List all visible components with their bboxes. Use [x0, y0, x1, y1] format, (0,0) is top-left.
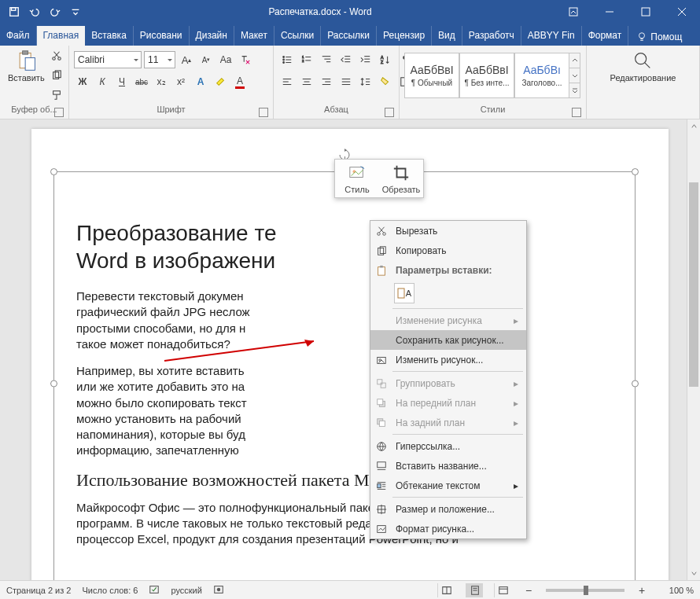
font-name-combo[interactable]: Calibri: [74, 51, 142, 68]
editing-button[interactable]: Редактирование: [607, 48, 680, 84]
decrease-indent-icon[interactable]: [337, 51, 355, 68]
styles-gallery-more[interactable]: [569, 53, 580, 98]
style-heading[interactable]: АаБбВıЗаголово...: [514, 53, 569, 98]
tab-insert[interactable]: Вставка: [85, 26, 134, 46]
ctx-hyperlink[interactable]: Гиперссылка...: [370, 436, 526, 456]
print-layout-view[interactable]: [466, 583, 483, 597]
zoom-level[interactable]: 100 %: [659, 586, 694, 595]
minimize-button[interactable]: [591, 0, 628, 24]
copy-icon[interactable]: [48, 68, 65, 84]
increase-indent-icon[interactable]: [357, 51, 374, 68]
tab-mailings[interactable]: Рассылки: [321, 26, 377, 46]
tab-developer[interactable]: Разработч: [462, 26, 521, 46]
ctx-wrap-text[interactable]: Обтекание текстом▸: [370, 476, 526, 495]
text-effects-icon[interactable]: A: [192, 73, 209, 90]
align-center-icon[interactable]: [298, 73, 315, 90]
read-mode-view[interactable]: [437, 583, 455, 597]
align-left-icon[interactable]: [278, 73, 296, 90]
align-right-icon[interactable]: [318, 73, 335, 90]
tab-review[interactable]: Рецензир: [377, 26, 432, 46]
tab-format[interactable]: Формат: [582, 26, 629, 46]
shrink-font-icon[interactable]: A▾: [197, 51, 215, 68]
styles-dialog-launcher[interactable]: [572, 108, 581, 117]
zoom-slider[interactable]: [546, 589, 624, 592]
search-icon: [632, 50, 654, 72]
tab-references[interactable]: Ссылки: [274, 26, 321, 46]
tab-view[interactable]: Вид: [432, 26, 462, 46]
copy-icon: [374, 243, 389, 259]
status-page[interactable]: Страница 2 из 2: [6, 586, 71, 595]
tab-file[interactable]: Файл: [0, 26, 37, 46]
status-word-count[interactable]: Число слов: 6: [82, 586, 138, 595]
superscript-button[interactable]: x²: [172, 73, 190, 90]
paste-button[interactable]: Вставить: [5, 48, 48, 84]
line-spacing-icon[interactable]: [357, 73, 374, 90]
save-icon[interactable]: [5, 2, 24, 21]
web-layout-view[interactable]: [494, 583, 511, 597]
redo-icon[interactable]: [46, 2, 64, 21]
status-language[interactable]: русский: [171, 586, 201, 595]
ribbon-display-options[interactable]: [555, 0, 591, 24]
paste-keep-text-only[interactable]: A: [394, 283, 414, 303]
bold-button[interactable]: Ж: [74, 73, 91, 90]
font-size-combo[interactable]: 11: [144, 51, 175, 68]
svg-point-64: [378, 232, 381, 235]
picture-style-button[interactable]: Стиль: [335, 160, 379, 197]
scrollbar-thumb[interactable]: [689, 182, 698, 387]
svg-point-65: [383, 232, 386, 235]
maximize-button[interactable]: [628, 0, 664, 24]
tab-layout[interactable]: Макет: [234, 26, 274, 46]
ctx-insert-caption[interactable]: Вставить название...: [370, 456, 526, 476]
macro-record-icon[interactable]: [213, 584, 224, 597]
scroll-up-arrow[interactable]: [687, 119, 700, 133]
selected-image-frame[interactable]: Преобразование текстового документа MS W…: [53, 171, 636, 580]
sort-icon[interactable]: AZ: [377, 51, 394, 68]
italic-button[interactable]: К: [94, 73, 111, 90]
grow-font-icon[interactable]: A▴: [178, 51, 195, 68]
scroll-down-arrow[interactable]: [687, 567, 700, 580]
zoom-in-button[interactable]: +: [636, 584, 648, 597]
change-case-icon[interactable]: Aa: [217, 51, 234, 68]
cut-icon[interactable]: [48, 48, 65, 64]
ctx-copy[interactable]: Копировать: [370, 241, 526, 260]
multilevel-list-icon[interactable]: [318, 51, 335, 68]
style-normal[interactable]: АаБбВвI¶ Обычный: [404, 53, 459, 98]
numbering-icon[interactable]: 12: [298, 51, 315, 68]
underline-button[interactable]: Ч: [113, 73, 131, 90]
subscript-button[interactable]: x₂: [153, 73, 170, 90]
tab-draw[interactable]: Рисовани: [134, 26, 190, 46]
svg-rect-84: [378, 483, 381, 487]
justify-icon[interactable]: [337, 73, 355, 90]
ctx-save-as-picture[interactable]: Сохранить как рисунок...: [370, 330, 526, 350]
shading-icon[interactable]: [377, 73, 394, 90]
bullets-icon[interactable]: [278, 51, 296, 68]
clipboard-dialog-launcher[interactable]: [54, 108, 64, 117]
ctx-format-picture[interactable]: Формат рисунка...: [370, 519, 526, 538]
highlight-icon[interactable]: [212, 73, 229, 90]
spellcheck-icon[interactable]: [149, 584, 160, 597]
svg-rect-3: [569, 8, 577, 16]
paste-label: Вставить: [8, 73, 45, 83]
qat-customize-icon[interactable]: [66, 2, 85, 21]
clear-formatting-icon[interactable]: [237, 51, 254, 68]
zoom-out-button[interactable]: −: [522, 584, 535, 597]
format-painter-icon[interactable]: [48, 86, 65, 103]
font-color-icon[interactable]: A: [231, 73, 249, 90]
ctx-cut[interactable]: Вырезать: [370, 221, 526, 241]
crop-button[interactable]: Обрезать: [379, 160, 423, 197]
undo-icon[interactable]: [25, 2, 44, 21]
font-dialog-launcher[interactable]: [259, 108, 268, 117]
tab-abbyy[interactable]: ABBYY Fin: [521, 26, 582, 46]
tell-me[interactable]: Помощ: [628, 28, 690, 46]
tab-design[interactable]: Дизайн: [190, 26, 234, 46]
strikethrough-button[interactable]: abc: [133, 73, 150, 90]
ctx-edit-picture[interactable]: Изменить рисунок...: [370, 350, 526, 369]
ctx-size-position[interactable]: Размер и положение...: [370, 499, 526, 519]
paragraph-dialog-launcher[interactable]: [385, 108, 394, 117]
svg-line-67: [379, 226, 384, 232]
style-no-spacing[interactable]: АаБбВвI¶ Без инте...: [459, 53, 514, 98]
vertical-scrollbar[interactable]: [687, 119, 700, 580]
tab-home[interactable]: Главная: [37, 26, 86, 46]
svg-rect-80: [379, 421, 385, 426]
close-button[interactable]: [664, 0, 700, 24]
